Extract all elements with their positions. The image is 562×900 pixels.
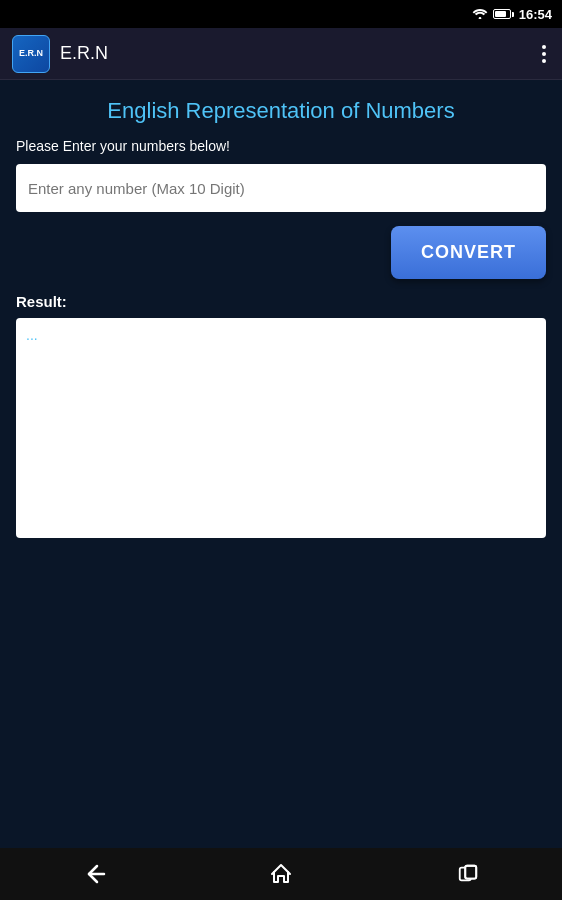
app-bar-title: E.R.N (60, 43, 108, 64)
back-button[interactable] (64, 854, 124, 894)
convert-button[interactable]: CONVERT (391, 226, 546, 279)
app-bar-left: E.R.N E.R.N (12, 35, 108, 73)
result-content: ... (26, 327, 38, 343)
battery-icon (493, 9, 514, 19)
home-button[interactable] (251, 854, 311, 894)
overflow-menu-button[interactable] (538, 41, 550, 67)
svg-point-0 (478, 17, 481, 19)
status-time: 16:54 (519, 7, 552, 22)
app-bar: E.R.N E.R.N (0, 28, 562, 80)
svg-rect-3 (466, 866, 477, 879)
app-icon: E.R.N (12, 35, 50, 73)
page-heading: English Representation of Numbers (16, 98, 546, 124)
status-bar: 16:54 (0, 0, 562, 28)
nav-bar (0, 848, 562, 900)
wifi-icon (472, 5, 488, 23)
result-label: Result: (16, 293, 546, 310)
result-box: ... (16, 318, 546, 538)
status-icons: 16:54 (472, 5, 552, 23)
instruction-text: Please Enter your numbers below! (16, 138, 546, 154)
number-input[interactable] (16, 164, 546, 212)
recents-button[interactable] (438, 854, 498, 894)
main-content: English Representation of Numbers Please… (0, 80, 562, 556)
convert-btn-row: CONVERT (16, 226, 546, 279)
